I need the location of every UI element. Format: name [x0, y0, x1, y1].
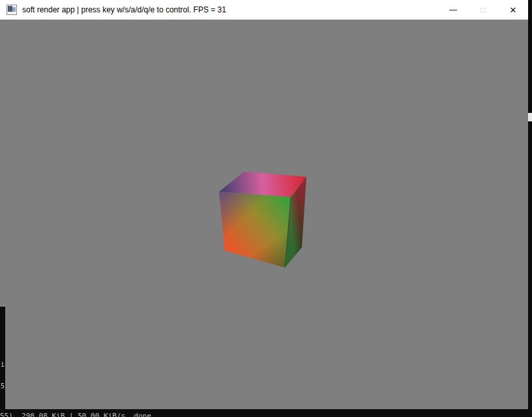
app-window: soft render app | press key w/s/a/d/q/e …: [0, 0, 528, 409]
window-controls: — □ ✕: [438, 0, 528, 20]
maximize-button[interactable]: □: [468, 0, 498, 20]
terminal-status-line: 55). 298.08 KiB | 50.00 KiB/s. done.: [0, 412, 155, 417]
terminal-scrollbar-thumb[interactable]: [528, 113, 532, 121]
window-title: soft render app | press key w/s/a/d/q/e …: [22, 5, 226, 14]
close-button[interactable]: ✕: [498, 0, 528, 20]
cube-front-face-dark-overlay: [219, 192, 291, 268]
terminal-window-edge-bottom[interactable]: 55). 298.08 KiB | 50.00 KiB/s. done.: [0, 409, 532, 417]
soft-render-viewport: [0, 20, 528, 409]
terminal-text-fragment: 5: [1, 382, 5, 390]
terminal-text-fragment: i: [1, 361, 5, 368]
minimize-button[interactable]: —: [438, 0, 468, 20]
terminal-window-edge-right[interactable]: [528, 0, 532, 417]
terminal-window-edge-left[interactable]: i 5: [0, 307, 5, 409]
render-canvas: [0, 20, 528, 409]
titlebar[interactable]: soft render app | press key w/s/a/d/q/e …: [0, 0, 528, 20]
app-icon: [7, 5, 17, 15]
